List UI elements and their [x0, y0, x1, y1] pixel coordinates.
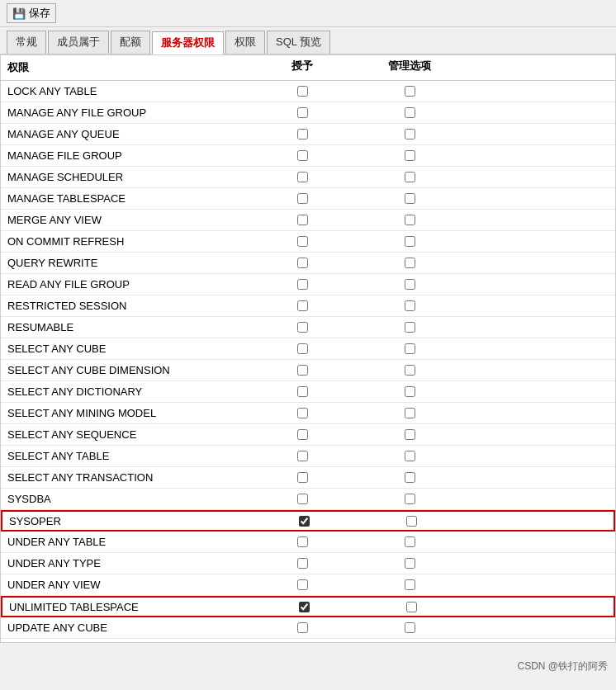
grant-checkbox[interactable]: [297, 536, 308, 547]
admin-checkbox[interactable]: [405, 536, 415, 547]
table-row: MANAGE ANY FILE GROUP: [1, 102, 615, 124]
table-row: SELECT ANY CUBE DIMENSION: [1, 360, 615, 381]
grant-checkbox[interactable]: [297, 365, 308, 376]
privilege-label: MANAGE TABLESPACE: [1, 191, 249, 206]
grant-checkbox[interactable]: [297, 172, 308, 182]
admin-checkbox[interactable]: [405, 300, 415, 311]
privilege-label: MERGE ANY VIEW: [1, 212, 249, 228]
tab-quota[interactable]: 配额: [111, 31, 150, 54]
admin-checkbox[interactable]: [405, 408, 415, 418]
admin-checkbox[interactable]: [405, 129, 415, 139]
tab-server-privileges[interactable]: 服务器权限: [152, 31, 224, 54]
admin-checkbox[interactable]: [405, 451, 415, 461]
grant-checkbox[interactable]: [297, 300, 308, 311]
tab-general[interactable]: 常规: [7, 31, 46, 54]
admin-cell: [356, 386, 463, 397]
privilege-label: RESTRICTED SESSION: [1, 298, 249, 314]
save-icon: 💾: [12, 7, 26, 20]
table-row: SELECT ANY MINING MODEL: [1, 403, 615, 424]
admin-checkbox[interactable]: [406, 602, 417, 612]
grant-checkbox[interactable]: [297, 129, 308, 139]
privilege-label: SELECT ANY TRANSACTION: [1, 470, 249, 485]
admin-checkbox[interactable]: [405, 558, 415, 569]
admin-checkbox[interactable]: [405, 365, 415, 376]
privilege-label: UNDER ANY VIEW: [1, 577, 249, 593]
grant-checkbox[interactable]: [297, 258, 308, 268]
grant-checkbox[interactable]: [297, 408, 308, 418]
admin-cell: [356, 429, 463, 440]
admin-checkbox[interactable]: [405, 429, 415, 440]
privilege-label: SELECT ANY DICTIONARY: [1, 384, 249, 399]
admin-checkbox[interactable]: [406, 516, 417, 527]
grant-checkbox[interactable]: [297, 494, 308, 504]
tab-member-of[interactable]: 成员属于: [48, 31, 109, 54]
grant-checkbox[interactable]: [297, 343, 308, 354]
admin-cell: [356, 494, 463, 504]
table-row: LOCK ANY TABLE: [1, 81, 615, 102]
admin-cell: [358, 602, 465, 612]
grant-checkbox[interactable]: [297, 215, 308, 225]
tab-sql-preview[interactable]: SQL 预览: [267, 31, 330, 54]
table-row: MERGE ANY VIEW: [1, 210, 615, 231]
grant-checkbox[interactable]: [297, 193, 308, 204]
grant-checkbox[interactable]: [299, 516, 310, 527]
grant-checkbox[interactable]: [297, 429, 308, 440]
admin-cell: [356, 365, 463, 376]
table-row: UNLIMITED TABLESPACE: [1, 596, 615, 617]
grant-checkbox[interactable]: [297, 386, 308, 397]
tab-privileges[interactable]: 权限: [225, 31, 265, 54]
admin-checkbox[interactable]: [405, 322, 415, 333]
grant-cell: [249, 258, 356, 268]
admin-checkbox[interactable]: [405, 107, 415, 118]
table-body: LOCK ANY TABLEMANAGE ANY FILE GROUPMANAG…: [1, 81, 615, 642]
admin-checkbox[interactable]: [405, 386, 415, 397]
grant-checkbox[interactable]: [299, 602, 310, 612]
grant-checkbox[interactable]: [297, 107, 308, 118]
admin-checkbox[interactable]: [405, 193, 415, 204]
grant-cell: [249, 386, 356, 397]
grant-cell: [249, 279, 356, 290]
content-area: 权限 授予 管理选项 LOCK ANY TABLEMANAGE ANY FILE…: [0, 54, 616, 643]
grant-cell: [249, 558, 356, 569]
admin-checkbox[interactable]: [405, 86, 415, 97]
grant-cell: [249, 193, 356, 204]
grant-checkbox[interactable]: [297, 558, 308, 569]
admin-checkbox[interactable]: [405, 150, 415, 161]
privilege-label: SELECT ANY CUBE DIMENSION: [1, 362, 249, 378]
admin-checkbox[interactable]: [405, 215, 415, 225]
privilege-label: MANAGE ANY QUEUE: [1, 126, 249, 142]
admin-checkbox[interactable]: [405, 472, 415, 483]
grant-checkbox[interactable]: [297, 451, 308, 461]
grant-checkbox[interactable]: [297, 86, 308, 97]
grant-checkbox[interactable]: [297, 579, 308, 590]
privilege-label: SELECT ANY TABLE: [1, 448, 249, 464]
grant-checkbox[interactable]: [297, 322, 308, 333]
admin-cell: [356, 408, 463, 418]
admin-checkbox[interactable]: [405, 579, 415, 590]
privilege-label: ON COMMIT REFRESH: [1, 234, 249, 249]
privilege-label: UNDER ANY TABLE: [1, 534, 249, 550]
grant-checkbox[interactable]: [297, 622, 308, 633]
table-row: MANAGE TABLESPACE: [1, 188, 615, 210]
grant-checkbox[interactable]: [297, 472, 308, 483]
admin-cell: [356, 279, 463, 290]
admin-checkbox[interactable]: [405, 494, 415, 504]
admin-cell: [356, 86, 463, 97]
admin-cell: [356, 215, 463, 225]
grant-cell: [249, 365, 356, 376]
header-grant: 授予: [249, 59, 356, 77]
admin-checkbox[interactable]: [405, 236, 415, 247]
admin-cell: [356, 236, 463, 247]
admin-checkbox[interactable]: [405, 258, 415, 268]
grant-checkbox[interactable]: [297, 150, 308, 161]
admin-checkbox[interactable]: [405, 172, 415, 182]
admin-checkbox[interactable]: [405, 343, 415, 354]
save-button[interactable]: 💾 保存: [7, 3, 56, 23]
grant-checkbox[interactable]: [297, 236, 308, 247]
admin-checkbox[interactable]: [405, 622, 415, 633]
admin-checkbox[interactable]: [405, 279, 415, 290]
grant-checkbox[interactable]: [297, 279, 308, 290]
privilege-label: SELECT ANY MINING MODEL: [1, 405, 249, 421]
privilege-label: UNLIMITED TABLESPACE: [2, 599, 250, 615]
table-row: UNDER ANY TYPE: [1, 553, 615, 574]
